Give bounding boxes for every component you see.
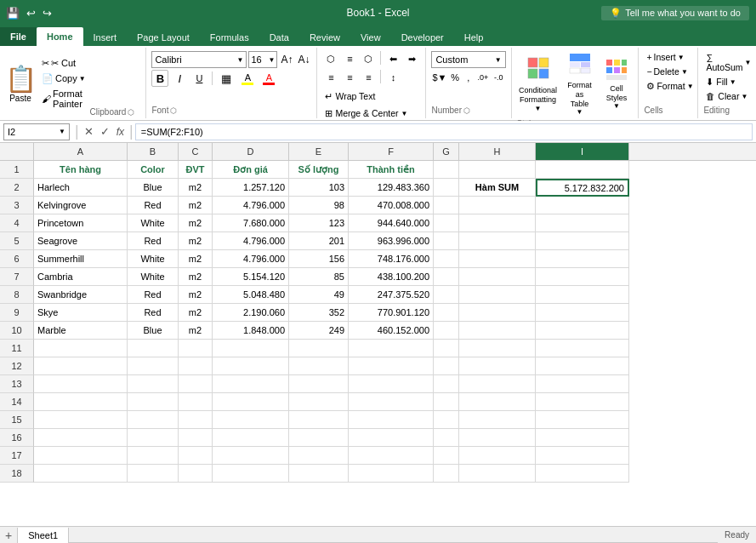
sheet-tab-1[interactable]: Sheet1: [17, 528, 69, 543]
delete-cells-button[interactable]: − Delete ▼: [644, 66, 692, 77]
cell-a10[interactable]: Marble: [34, 322, 128, 340]
align-center-button[interactable]: ≡: [341, 70, 358, 85]
tab-insert[interactable]: Insert: [83, 29, 128, 46]
clear-button[interactable]: 🗑 Clear ▼: [703, 90, 751, 102]
cell-g7[interactable]: [434, 268, 459, 286]
cell-e7[interactable]: 85: [289, 268, 349, 286]
cell-e10[interactable]: 249: [289, 322, 349, 340]
col-header-a[interactable]: A: [34, 143, 128, 160]
col-header-c[interactable]: C: [179, 143, 213, 160]
tab-formulas[interactable]: Formulas: [200, 29, 259, 46]
col-header-e[interactable]: E: [289, 143, 349, 160]
row-header-3[interactable]: 3: [0, 197, 34, 214]
cell-c2[interactable]: m2: [179, 179, 213, 197]
wrap-text-button[interactable]: ↵ Wrap Text: [322, 89, 420, 104]
italic-button[interactable]: I: [171, 70, 188, 87]
cell-g4[interactable]: [434, 214, 459, 232]
row-header-9[interactable]: 9: [0, 304, 34, 322]
cell-d5[interactable]: 4.796.000: [213, 232, 289, 250]
cell-f4[interactable]: 944.640.000: [349, 214, 434, 232]
row-header-6[interactable]: 6: [0, 250, 34, 268]
cell-i2[interactable]: 5.172.832.200: [536, 179, 629, 197]
redo-icon[interactable]: ↪: [40, 5, 54, 21]
cell-h5[interactable]: [459, 232, 536, 250]
cell-g3[interactable]: [434, 197, 459, 214]
cell-d1[interactable]: Đơn giá: [213, 161, 289, 179]
align-top-center-button[interactable]: ≡: [341, 51, 358, 66]
cell-h10[interactable]: [459, 322, 536, 340]
cell-a6[interactable]: Summerhill: [34, 250, 128, 268]
align-top-left-button[interactable]: ⬡: [322, 51, 339, 66]
cell-b6[interactable]: White: [128, 250, 179, 268]
cell-b10[interactable]: Blue: [128, 322, 179, 340]
row-header-10[interactable]: 10: [0, 322, 34, 340]
cell-c9[interactable]: m2: [179, 304, 213, 322]
tab-file[interactable]: File: [0, 27, 37, 46]
cell-h7[interactable]: [459, 268, 536, 286]
cell-h4[interactable]: [459, 214, 536, 232]
increase-font-button[interactable]: A↑: [279, 51, 294, 68]
row-header-15[interactable]: 15: [0, 411, 34, 429]
row-header-8[interactable]: 8: [0, 286, 34, 304]
align-right-button[interactable]: ≡: [360, 70, 377, 85]
col-header-i[interactable]: I: [536, 143, 629, 160]
row-header-13[interactable]: 13: [0, 375, 34, 393]
cut-button[interactable]: ✂ ✂ Cut: [39, 57, 88, 70]
cell-b4[interactable]: White: [128, 214, 179, 232]
cell-c1[interactable]: ĐVT: [179, 161, 213, 179]
autosum-button[interactable]: ∑ AutoSum ▼: [703, 51, 751, 73]
currency-button[interactable]: $▼: [431, 70, 447, 85]
row-header-2[interactable]: 2: [0, 179, 34, 197]
cell-h2[interactable]: Hàm SUM: [459, 179, 536, 197]
cell-f10[interactable]: 460.152.000: [349, 322, 434, 340]
fx-button[interactable]: fx: [113, 126, 128, 138]
cell-c8[interactable]: m2: [179, 286, 213, 304]
cell-h1[interactable]: [459, 161, 536, 179]
cell-h3[interactable]: [459, 197, 536, 214]
col-header-h[interactable]: H: [459, 143, 536, 160]
cell-f9[interactable]: 770.901.120: [349, 304, 434, 322]
col-header-g[interactable]: G: [434, 143, 459, 160]
cell-g9[interactable]: [434, 304, 459, 322]
cell-e8[interactable]: 49: [289, 286, 349, 304]
cell-i6[interactable]: [536, 250, 629, 268]
paste-button[interactable]: 📋 Paste: [3, 49, 37, 117]
cell-f3[interactable]: 470.008.000: [349, 197, 434, 214]
row-header-1[interactable]: 1: [0, 161, 34, 179]
tab-home[interactable]: Home: [37, 27, 83, 46]
tab-review[interactable]: Review: [299, 29, 350, 46]
cell-i5[interactable]: [536, 232, 629, 250]
cell-i4[interactable]: [536, 214, 629, 232]
cell-i1[interactable]: [536, 161, 629, 179]
tab-view[interactable]: View: [350, 29, 391, 46]
undo-icon[interactable]: ↩: [24, 5, 38, 21]
format-as-table-button[interactable]: Format as Table ▼: [563, 51, 597, 117]
add-sheet-button[interactable]: +: [0, 529, 17, 542]
cell-c6[interactable]: m2: [179, 250, 213, 268]
cell-h9[interactable]: [459, 304, 536, 322]
cell-a4[interactable]: Princetown: [34, 214, 128, 232]
cell-e2[interactable]: 103: [289, 179, 349, 197]
cell-g5[interactable]: [434, 232, 459, 250]
cell-f1[interactable]: Thành tiền: [349, 161, 434, 179]
cell-b2[interactable]: Blue: [128, 179, 179, 197]
comma-button[interactable]: ,: [463, 70, 475, 85]
tab-help[interactable]: Help: [454, 29, 494, 46]
cell-c4[interactable]: m2: [179, 214, 213, 232]
cell-c5[interactable]: m2: [179, 232, 213, 250]
decrease-indent-button[interactable]: ⬅: [384, 51, 401, 66]
cell-e3[interactable]: 98: [289, 197, 349, 214]
align-top-right-button[interactable]: ⬡: [360, 51, 377, 66]
cell-a9[interactable]: Skye: [34, 304, 128, 322]
tell-me-box[interactable]: 💡 Tell me what you want to do: [601, 6, 749, 20]
row-header-5[interactable]: 5: [0, 232, 34, 250]
number-format-dropdown[interactable]: Custom ▼: [431, 51, 505, 68]
tab-page-layout[interactable]: Page Layout: [127, 29, 200, 46]
cell-i3[interactable]: [536, 197, 629, 214]
cell-c3[interactable]: m2: [179, 197, 213, 214]
row-header-18[interactable]: 18: [0, 465, 34, 483]
cell-d9[interactable]: 2.190.060: [213, 304, 289, 322]
text-direction-button[interactable]: ↕: [384, 70, 401, 85]
bold-button[interactable]: B: [151, 70, 168, 87]
col-header-b[interactable]: B: [128, 143, 179, 160]
